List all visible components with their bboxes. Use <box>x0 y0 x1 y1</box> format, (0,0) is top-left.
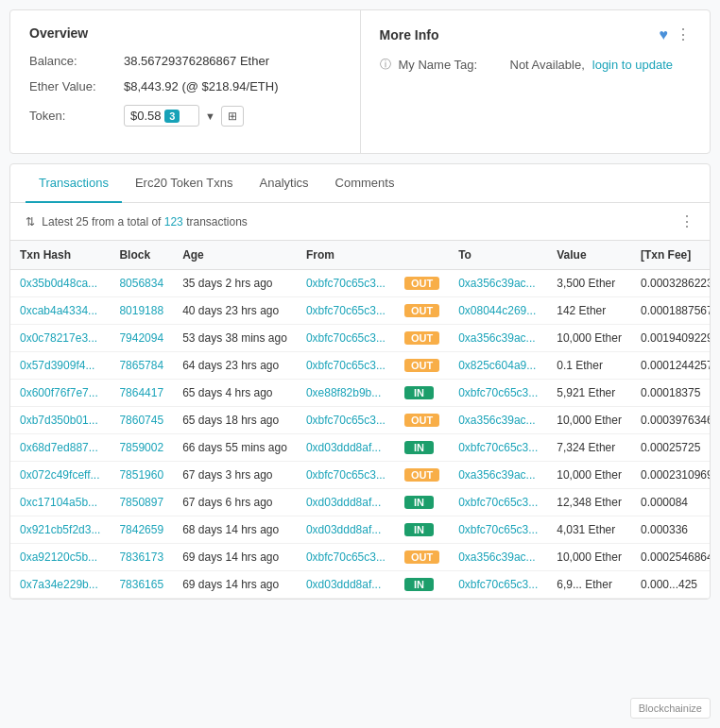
col-txn-fee: [Txn Fee] <box>631 241 711 270</box>
col-txn-hash: Txn Hash <box>10 241 110 270</box>
tab-comments[interactable]: Comments <box>322 164 408 203</box>
from-link[interactable]: 0xbfc70c65c3... <box>306 304 386 317</box>
to-link[interactable]: 0x08044c269... <box>458 304 536 317</box>
token-value: $0.58 <box>130 109 162 123</box>
to-link[interactable]: 0xbfc70c65c3... <box>458 578 538 591</box>
cell-value: 142 Ether <box>547 297 631 325</box>
cell-direction: IN <box>395 489 449 516</box>
from-link[interactable]: 0xbfc70c65c3... <box>306 550 386 564</box>
cell-direction: IN <box>395 380 449 407</box>
to-link[interactable]: 0x825c604a9... <box>458 359 536 372</box>
table-row: 0x921cb5f2d3... 7842659 68 days 14 hrs a… <box>10 516 711 544</box>
cell-to: 0xbfc70c65c3... <box>449 434 547 462</box>
cell-to: 0xa356c39ac... <box>449 544 547 571</box>
txn-hash-link[interactable]: 0x0c78217e3... <box>20 331 97 345</box>
block-link[interactable]: 8019188 <box>119 304 163 317</box>
table-header-row: Txn Hash Block Age From To Value [Txn Fe… <box>10 241 711 270</box>
login-link[interactable]: login to update <box>592 58 673 72</box>
cell-txn-hash: 0x35b0d48ca... <box>10 270 110 297</box>
cell-fee: 0.000397634664 <box>631 407 711 434</box>
txn-hash-link[interactable]: 0xb7d350b01... <box>20 414 98 427</box>
cell-txn-hash: 0xa92120c5b... <box>10 544 110 571</box>
block-link[interactable]: 7836165 <box>119 578 163 591</box>
txn-hash-link[interactable]: 0x35b0d48ca... <box>20 277 97 290</box>
cell-direction: IN <box>395 434 449 462</box>
cell-direction: OUT <box>395 352 449 380</box>
to-link[interactable]: 0xa356c39ac... <box>458 414 535 427</box>
from-link[interactable]: 0xd03ddd8af... <box>306 578 381 591</box>
cell-from: 0xbfc70c65c3... <box>297 352 395 380</box>
txn-hash-link[interactable]: 0x7a34e229b... <box>20 578 98 591</box>
txn-hash-link[interactable]: 0xcab4a4334... <box>20 304 97 317</box>
more-options-icon[interactable]: ⋮ <box>676 25 691 43</box>
col-to: To <box>449 241 547 270</box>
cell-value: 12,348 Ether <box>547 489 631 516</box>
cell-from: 0xd03ddd8af... <box>297 571 395 599</box>
to-link[interactable]: 0xa356c39ac... <box>458 550 535 564</box>
txn-hash-link[interactable]: 0x68d7ed887... <box>20 441 98 454</box>
block-link[interactable]: 7859002 <box>119 441 163 454</box>
from-link[interactable]: 0xd03ddd8af... <box>306 441 381 454</box>
table-options-icon[interactable]: ⋮ <box>679 212 694 230</box>
block-link[interactable]: 8056834 <box>119 277 163 290</box>
direction-badge: IN <box>404 441 434 454</box>
balance-row: Balance: 38.56729376286867 Ether <box>29 54 341 68</box>
direction-badge: IN <box>404 523 434 536</box>
from-link[interactable]: 0xbfc70c65c3... <box>306 468 386 482</box>
txn-hash-link[interactable]: 0xc17104a5b... <box>20 496 97 509</box>
to-link[interactable]: 0xbfc70c65c3... <box>458 496 538 509</box>
to-link[interactable]: 0xbfc70c65c3... <box>458 386 538 399</box>
block-link[interactable]: 7860745 <box>119 414 163 427</box>
transactions-table: Txn Hash Block Age From To Value [Txn Fe… <box>10 240 711 599</box>
transaction-count-link[interactable]: 123 <box>164 215 183 229</box>
from-link[interactable]: 0xe88f82b9b... <box>306 386 381 399</box>
token-dropdown-icon[interactable]: ▼ <box>205 110 215 122</box>
direction-badge: OUT <box>404 277 439 290</box>
table-row: 0x68d7ed887... 7859002 66 days 55 mins a… <box>10 434 711 462</box>
cell-age: 69 days 14 hrs ago <box>173 571 297 599</box>
to-link[interactable]: 0xbfc70c65c3... <box>458 523 538 536</box>
txn-hash-link[interactable]: 0x57d3909f4... <box>20 359 94 372</box>
from-link[interactable]: 0xd03ddd8af... <box>306 523 381 536</box>
from-link[interactable]: 0xbfc70c65c3... <box>306 331 386 345</box>
from-link[interactable]: 0xbfc70c65c3... <box>306 359 386 372</box>
cell-txn-hash: 0x600f76f7e7... <box>10 380 110 407</box>
table-row: 0xa92120c5b... 7836173 69 days 14 hrs ag… <box>10 544 711 571</box>
txn-hash-link[interactable]: 0x600f76f7e7... <box>20 386 98 399</box>
tab-analytics[interactable]: Analytics <box>247 164 322 203</box>
to-link[interactable]: 0xa356c39ac... <box>458 468 535 482</box>
block-link[interactable]: 7851960 <box>119 468 163 482</box>
info-suffix: transactions <box>186 215 248 229</box>
cell-fee: 0.00018375 <box>631 380 711 407</box>
table-row: 0x35b0d48ca... 8056834 35 days 2 hrs ago… <box>10 270 711 297</box>
block-link[interactable]: 7865784 <box>119 359 163 372</box>
favorite-icon[interactable]: ♥ <box>660 26 669 43</box>
from-link[interactable]: 0xbfc70c65c3... <box>306 277 386 290</box>
cell-block: 7850897 <box>110 489 173 516</box>
block-link[interactable]: 7842659 <box>119 523 163 536</box>
token-expand-icon[interactable]: ⊞ <box>221 106 244 127</box>
from-link[interactable]: 0xbfc70c65c3... <box>306 414 386 427</box>
to-link[interactable]: 0xa356c39ac... <box>458 277 535 290</box>
cell-direction: OUT <box>395 325 449 352</box>
to-link[interactable]: 0xbfc70c65c3... <box>458 441 538 454</box>
cell-age: 65 days 4 hrs ago <box>173 380 297 407</box>
tab-transactions[interactable]: Transactions <box>26 164 122 203</box>
overview-panel: Overview Balance: 38.56729376286867 Ethe… <box>10 10 361 153</box>
moreinfo-header: More Info ♥ ⋮ <box>380 25 692 43</box>
block-link[interactable]: 7942094 <box>119 331 163 345</box>
direction-badge: OUT <box>404 304 439 317</box>
table-info-bar: ⇅ Latest 25 from a total of 123 transact… <box>10 203 710 240</box>
cell-from: 0xbfc70c65c3... <box>297 270 395 297</box>
txn-hash-link[interactable]: 0x921cb5f2d3... <box>20 523 100 536</box>
from-link[interactable]: 0xd03ddd8af... <box>306 496 381 509</box>
block-link[interactable]: 7836173 <box>119 550 163 564</box>
to-link[interactable]: 0xa356c39ac... <box>458 331 535 345</box>
token-label: Token: <box>29 109 124 123</box>
cell-value: 10,000 Ether <box>547 325 631 352</box>
block-link[interactable]: 7864417 <box>119 386 163 399</box>
block-link[interactable]: 7850897 <box>119 496 163 509</box>
tab-erc20[interactable]: Erc20 Token Txns <box>122 164 247 203</box>
txn-hash-link[interactable]: 0x072c49fceff... <box>20 468 100 482</box>
txn-hash-link[interactable]: 0xa92120c5b... <box>20 550 97 564</box>
